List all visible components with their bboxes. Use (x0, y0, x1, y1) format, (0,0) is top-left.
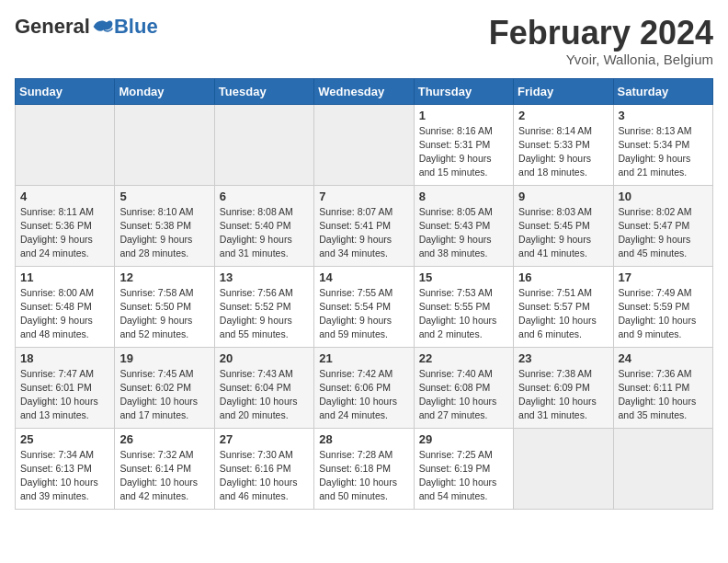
calendar-cell: 19Sunrise: 7:45 AM Sunset: 6:02 PM Dayli… (115, 347, 214, 428)
day-info: Sunrise: 7:38 AM Sunset: 6:09 PM Dayligh… (518, 367, 608, 423)
calendar-cell (314, 104, 414, 185)
calendar-cell: 24Sunrise: 7:36 AM Sunset: 6:11 PM Dayli… (613, 347, 712, 428)
day-number: 2 (518, 109, 608, 122)
calendar-cell: 13Sunrise: 7:56 AM Sunset: 5:52 PM Dayli… (214, 266, 313, 347)
calendar-cell: 5Sunrise: 8:10 AM Sunset: 5:38 PM Daylig… (115, 185, 214, 266)
day-info: Sunrise: 8:16 AM Sunset: 5:31 PM Dayligh… (419, 124, 508, 180)
day-number: 9 (518, 190, 608, 203)
day-number: 24 (619, 351, 708, 365)
calendar-cell (16, 104, 115, 185)
day-info: Sunrise: 7:28 AM Sunset: 6:18 PM Dayligh… (319, 448, 408, 504)
calendar-cell: 25Sunrise: 7:34 AM Sunset: 6:13 PM Dayli… (16, 428, 115, 509)
day-info: Sunrise: 7:45 AM Sunset: 6:02 PM Dayligh… (119, 367, 209, 423)
logo-text: General Blue (15, 15, 158, 39)
month-title: February 2024 (489, 15, 713, 52)
calendar-cell: 26Sunrise: 7:32 AM Sunset: 6:14 PM Dayli… (115, 428, 214, 509)
calendar-cell (514, 428, 613, 509)
calendar-cell (613, 428, 712, 509)
calendar-cell (214, 104, 313, 185)
day-info: Sunrise: 8:13 AM Sunset: 5:34 PM Dayligh… (619, 124, 708, 180)
day-number: 12 (119, 270, 209, 284)
day-number: 28 (319, 432, 408, 446)
calendar-cell: 15Sunrise: 7:53 AM Sunset: 5:55 PM Dayli… (414, 266, 513, 347)
calendar-cell: 10Sunrise: 8:02 AM Sunset: 5:47 PM Dayli… (613, 185, 712, 266)
day-info: Sunrise: 7:47 AM Sunset: 6:01 PM Dayligh… (20, 367, 109, 423)
day-number: 14 (319, 270, 408, 284)
day-info: Sunrise: 7:36 AM Sunset: 6:11 PM Dayligh… (619, 367, 708, 423)
calendar-cell: 28Sunrise: 7:28 AM Sunset: 6:18 PM Dayli… (314, 428, 414, 509)
calendar-cell: 6Sunrise: 8:08 AM Sunset: 5:40 PM Daylig… (214, 185, 313, 266)
day-number: 22 (419, 351, 508, 365)
day-info: Sunrise: 8:08 AM Sunset: 5:40 PM Dayligh… (220, 205, 309, 261)
day-number: 21 (319, 351, 408, 365)
day-info: Sunrise: 7:49 AM Sunset: 5:59 PM Dayligh… (619, 286, 708, 342)
day-number: 27 (220, 432, 309, 446)
day-number: 17 (619, 270, 708, 284)
calendar-cell: 29Sunrise: 7:25 AM Sunset: 6:19 PM Dayli… (414, 428, 513, 509)
calendar-cell: 20Sunrise: 7:43 AM Sunset: 6:04 PM Dayli… (214, 347, 313, 428)
day-number: 8 (419, 190, 508, 203)
day-number: 6 (220, 190, 309, 203)
logo-general: General (15, 15, 90, 39)
weekday-header-thursday: Thursday (414, 78, 513, 104)
logo-bird-icon (92, 17, 114, 36)
weekday-header-wednesday: Wednesday (314, 78, 414, 104)
day-number: 15 (419, 270, 508, 284)
day-info: Sunrise: 7:42 AM Sunset: 6:06 PM Dayligh… (319, 367, 408, 423)
day-info: Sunrise: 8:00 AM Sunset: 5:48 PM Dayligh… (20, 286, 109, 342)
weekday-header-tuesday: Tuesday (214, 78, 313, 104)
day-info: Sunrise: 8:11 AM Sunset: 5:36 PM Dayligh… (20, 205, 109, 261)
calendar-cell: 8Sunrise: 8:05 AM Sunset: 5:43 PM Daylig… (414, 185, 513, 266)
day-info: Sunrise: 7:43 AM Sunset: 6:04 PM Dayligh… (220, 367, 309, 423)
day-number: 7 (319, 190, 408, 203)
day-info: Sunrise: 7:34 AM Sunset: 6:13 PM Dayligh… (20, 448, 109, 504)
day-info: Sunrise: 7:51 AM Sunset: 5:57 PM Dayligh… (518, 286, 608, 342)
day-info: Sunrise: 8:07 AM Sunset: 5:41 PM Dayligh… (319, 205, 408, 261)
calendar-cell: 11Sunrise: 8:00 AM Sunset: 5:48 PM Dayli… (16, 266, 115, 347)
weekday-header-monday: Monday (115, 78, 214, 104)
calendar-cell: 22Sunrise: 7:40 AM Sunset: 6:08 PM Dayli… (414, 347, 513, 428)
calendar-week-4: 18Sunrise: 7:47 AM Sunset: 6:01 PM Dayli… (16, 347, 713, 428)
title-area: February 2024 Yvoir, Wallonia, Belgium (489, 15, 713, 67)
calendar-cell: 14Sunrise: 7:55 AM Sunset: 5:54 PM Dayli… (314, 266, 414, 347)
day-info: Sunrise: 8:02 AM Sunset: 5:47 PM Dayligh… (619, 205, 708, 261)
calendar-week-3: 11Sunrise: 8:00 AM Sunset: 5:48 PM Dayli… (16, 266, 713, 347)
day-info: Sunrise: 7:40 AM Sunset: 6:08 PM Dayligh… (419, 367, 508, 423)
day-info: Sunrise: 7:53 AM Sunset: 5:55 PM Dayligh… (419, 286, 508, 342)
weekday-header-friday: Friday (514, 78, 613, 104)
day-number: 10 (619, 190, 708, 203)
day-info: Sunrise: 7:32 AM Sunset: 6:14 PM Dayligh… (119, 448, 209, 504)
calendar-cell: 2Sunrise: 8:14 AM Sunset: 5:33 PM Daylig… (514, 104, 613, 185)
day-number: 18 (20, 351, 109, 365)
day-number: 29 (419, 432, 508, 446)
day-number: 5 (119, 190, 209, 203)
location: Yvoir, Wallonia, Belgium (489, 52, 713, 67)
day-info: Sunrise: 7:30 AM Sunset: 6:16 PM Dayligh… (220, 448, 309, 504)
calendar-week-2: 4Sunrise: 8:11 AM Sunset: 5:36 PM Daylig… (16, 185, 713, 266)
day-info: Sunrise: 8:10 AM Sunset: 5:38 PM Dayligh… (119, 205, 209, 261)
day-info: Sunrise: 7:55 AM Sunset: 5:54 PM Dayligh… (319, 286, 408, 342)
calendar-cell: 17Sunrise: 7:49 AM Sunset: 5:59 PM Dayli… (613, 266, 712, 347)
day-info: Sunrise: 7:25 AM Sunset: 6:19 PM Dayligh… (419, 448, 508, 504)
weekday-header-saturday: Saturday (613, 78, 712, 104)
day-info: Sunrise: 8:05 AM Sunset: 5:43 PM Dayligh… (419, 205, 508, 261)
calendar-cell: 4Sunrise: 8:11 AM Sunset: 5:36 PM Daylig… (16, 185, 115, 266)
calendar-cell: 7Sunrise: 8:07 AM Sunset: 5:41 PM Daylig… (314, 185, 414, 266)
calendar-table: SundayMondayTuesdayWednesdayThursdayFrid… (15, 78, 713, 510)
weekday-header-sunday: Sunday (16, 78, 115, 104)
day-number: 4 (20, 190, 109, 203)
day-number: 1 (419, 109, 508, 122)
day-number: 25 (20, 432, 109, 446)
calendar-cell: 3Sunrise: 8:13 AM Sunset: 5:34 PM Daylig… (613, 104, 712, 185)
day-number: 3 (619, 109, 708, 122)
calendar-header-row: SundayMondayTuesdayWednesdayThursdayFrid… (16, 78, 713, 104)
logo: General Blue (15, 15, 158, 39)
day-info: Sunrise: 7:58 AM Sunset: 5:50 PM Dayligh… (119, 286, 209, 342)
calendar-cell: 1Sunrise: 8:16 AM Sunset: 5:31 PM Daylig… (414, 104, 513, 185)
calendar-cell: 21Sunrise: 7:42 AM Sunset: 6:06 PM Dayli… (314, 347, 414, 428)
calendar-week-1: 1Sunrise: 8:16 AM Sunset: 5:31 PM Daylig… (16, 104, 713, 185)
calendar-cell: 16Sunrise: 7:51 AM Sunset: 5:57 PM Dayli… (514, 266, 613, 347)
calendar-cell: 18Sunrise: 7:47 AM Sunset: 6:01 PM Dayli… (16, 347, 115, 428)
calendar-cell: 23Sunrise: 7:38 AM Sunset: 6:09 PM Dayli… (514, 347, 613, 428)
day-number: 13 (220, 270, 309, 284)
